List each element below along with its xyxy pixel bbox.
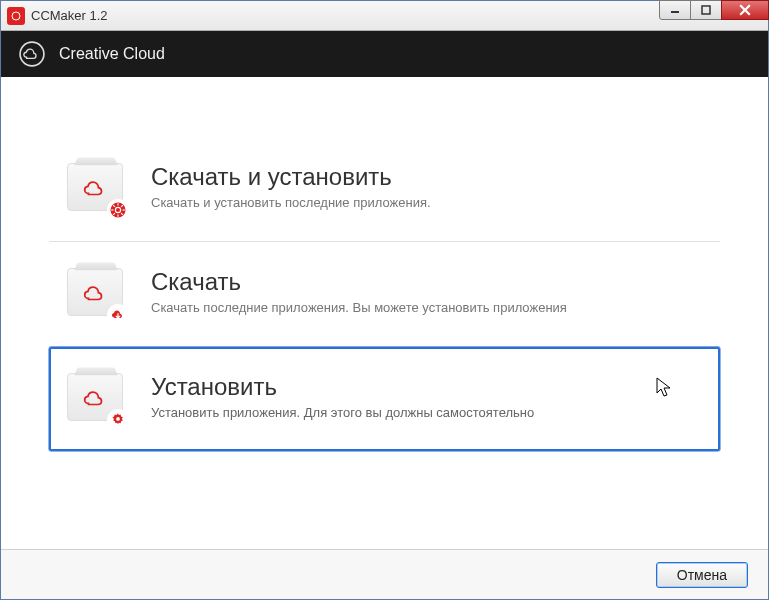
option-description: Скачать и установить последние приложени… [151, 195, 698, 212]
header-title: Creative Cloud [59, 45, 165, 63]
option-title: Скачать [151, 268, 698, 296]
gear-badge-icon [107, 409, 129, 431]
gear-badge-icon [107, 199, 129, 221]
cancel-button[interactable]: Отмена [656, 562, 748, 588]
minimize-button[interactable] [659, 0, 691, 20]
maximize-button[interactable] [690, 0, 722, 20]
box-icon [67, 373, 123, 425]
header-bar: Creative Cloud [1, 31, 768, 77]
svg-point-16 [116, 417, 120, 421]
option-description: Скачать последние приложения. Вы можете … [151, 300, 698, 317]
close-button[interactable] [721, 0, 769, 20]
cloud-download-badge-icon [107, 304, 129, 326]
app-icon [7, 7, 25, 25]
option-title: Скачать и установить [151, 163, 698, 191]
option-download[interactable]: Скачать Скачать последние приложения. Вы… [49, 242, 720, 346]
option-download-install[interactable]: Скачать и установить Скачать и установит… [49, 137, 720, 241]
footer-bar: Отмена [1, 549, 768, 599]
window-frame: CCMaker 1.2 Creative Cloud [0, 0, 769, 600]
option-description: Установить приложения. Для этого вы долж… [151, 405, 698, 422]
window-title: CCMaker 1.2 [31, 8, 108, 23]
content-area: Скачать и установить Скачать и установит… [1, 77, 768, 549]
box-icon [67, 163, 123, 215]
svg-point-0 [12, 12, 20, 20]
titlebar[interactable]: CCMaker 1.2 [1, 1, 768, 31]
option-list: Скачать и установить Скачать и установит… [49, 137, 720, 451]
option-title: Установить [151, 373, 698, 401]
window-controls [660, 0, 769, 22]
svg-rect-2 [702, 6, 710, 14]
box-icon [67, 268, 123, 320]
option-install[interactable]: Установить Установить приложения. Для эт… [49, 347, 720, 451]
creative-cloud-icon [19, 41, 45, 67]
